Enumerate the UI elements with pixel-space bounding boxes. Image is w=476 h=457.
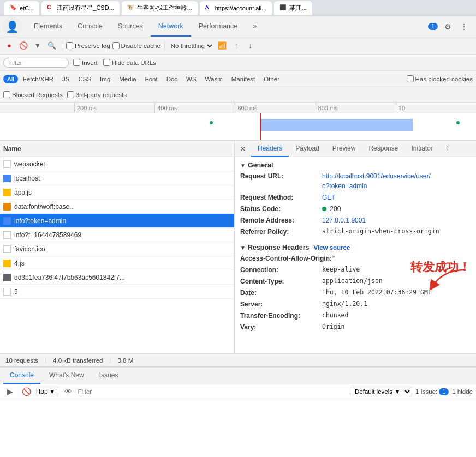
filter-icon[interactable]: ▼ xyxy=(32,40,44,52)
browser-tab-1[interactable]: C 江南没有星星_CSD... xyxy=(41,1,120,15)
type-btn-fetch[interactable]: Fetch/XHR xyxy=(19,75,57,83)
browser-tab-0[interactable]: 🔖 etC... xyxy=(4,1,39,15)
tab-console[interactable]: Console xyxy=(70,16,110,37)
view-source-link[interactable]: View source xyxy=(313,244,350,251)
timeline-green-marker-2 xyxy=(456,121,460,124)
browser-tab-4[interactable]: ⬛ 某其... xyxy=(274,1,312,15)
general-request-url-row: Request URL: http://localhost:9001/eduse… xyxy=(240,171,471,191)
tab-favicon-0: 🔖 xyxy=(10,4,17,12)
console-tab-console[interactable]: Console xyxy=(3,368,40,384)
ruler-mark-3: 800 ms xyxy=(316,103,396,113)
has-blocked-cookies: Has blocked cookies xyxy=(407,75,473,82)
detail-tab-response[interactable]: Response xyxy=(362,141,404,157)
download-icon[interactable]: ↓ xyxy=(245,40,257,52)
response-headers-section-title[interactable]: ▼ Response Headers View source xyxy=(240,244,471,251)
tab-sources[interactable]: Sources xyxy=(110,16,151,37)
detail-tab-payload[interactable]: Payload xyxy=(289,141,325,157)
type-btn-other[interactable]: Other xyxy=(260,75,283,83)
resp-header-row-0: Access-Control-Allow-Origin: * xyxy=(240,254,471,263)
request-list-header: Name xyxy=(0,141,234,157)
request-item-2[interactable]: app.js xyxy=(0,185,234,200)
general-section-title[interactable]: ▼ General xyxy=(240,161,471,169)
detail-content: ▼ General Request URL: http://localhost:… xyxy=(235,157,476,353)
ruler-mark-4: 10 xyxy=(396,103,476,113)
type-btn-font[interactable]: Font xyxy=(141,75,162,83)
request-item-5[interactable]: info?t=1644478589469 xyxy=(0,228,234,242)
eye-icon[interactable]: 👁 xyxy=(62,385,75,398)
tab-label-1: 江南没有星星_CSD... xyxy=(57,4,114,12)
type-btn-wasm[interactable]: Wasm xyxy=(201,75,227,83)
resp-header-row-5: Transfer-Encoding: chunked xyxy=(240,311,471,321)
request-list[interactable]: websocket localhost app.js data:font/wof… xyxy=(0,157,234,353)
console-filter-input[interactable] xyxy=(78,388,347,395)
console-tab-issues[interactable]: Issues xyxy=(93,368,125,384)
detail-tab-initiator[interactable]: Initiator xyxy=(404,141,439,157)
type-btn-doc[interactable]: Doc xyxy=(163,75,181,83)
tab-label-0: etC... xyxy=(20,5,34,11)
resp-header-row-3: Date: Thu, 10 Feb 2022 07:36:29 GMT xyxy=(240,288,471,298)
settings-icon[interactable]: ⚙ xyxy=(441,20,454,33)
request-item-0[interactable]: websocket xyxy=(0,157,234,171)
console-execute-icon[interactable]: ▶ xyxy=(3,385,16,398)
top-dropdown[interactable]: top ▼ xyxy=(36,387,58,396)
console-block-icon[interactable]: 🚫 xyxy=(20,385,33,398)
third-party-checkbox[interactable]: 3rd-party requests xyxy=(67,91,127,98)
request-item-6[interactable]: favicon.ico xyxy=(0,242,234,256)
type-btn-ws[interactable]: WS xyxy=(182,75,200,83)
has-blocked-checkbox[interactable]: Has blocked cookies xyxy=(407,75,473,82)
request-item-4[interactable]: info?token=admin xyxy=(0,214,234,228)
tab-network[interactable]: Network xyxy=(151,16,191,37)
console-tab-whatsnew[interactable]: What's New xyxy=(43,368,91,384)
request-item-7[interactable]: 4.js xyxy=(0,256,234,270)
resp-header-title-container: Response Headers View source xyxy=(248,244,350,251)
tab-label-2: 牛客网-找工作神器... xyxy=(137,4,192,12)
request-item-8[interactable]: dd3b1fea736f47f7bb63ac5601842f7... xyxy=(0,270,234,285)
request-item-3[interactable]: data:font/woff;base... xyxy=(0,200,234,214)
console-panel: Console What's New Issues ▶ 🚫 top ▼ 👁 De… xyxy=(0,366,476,399)
upload-icon[interactable]: ↑ xyxy=(230,40,242,52)
clear-button[interactable]: 🚫 xyxy=(17,40,29,52)
close-detail-button[interactable]: ✕ xyxy=(237,143,249,155)
record-button[interactable]: ● xyxy=(3,40,15,52)
type-btn-media[interactable]: Media xyxy=(115,75,140,83)
ruler-mark-0: 200 ms xyxy=(74,103,154,113)
type-filter-bar: All Fetch/XHR JS CSS Img Media Font Doc … xyxy=(0,71,476,87)
type-btn-css[interactable]: CSS xyxy=(74,75,95,83)
request-item-1[interactable]: localhost xyxy=(0,171,234,185)
timeline-bar xyxy=(260,119,413,131)
browser-tab-3[interactable]: A https://account.ali... xyxy=(200,1,272,15)
filter-input[interactable] xyxy=(3,58,69,68)
devtools-tabs: Elements Console Sources Network Perform… xyxy=(26,16,264,37)
req-icon-6 xyxy=(3,245,11,253)
preserve-log-checkbox[interactable]: Preserve log xyxy=(66,42,110,49)
tab-performance[interactable]: Performance xyxy=(191,16,246,37)
network-toolbar: ● 🚫 ▼ 🔍 Preserve log Disable cache No th… xyxy=(0,37,476,55)
disable-cache-checkbox[interactable]: Disable cache xyxy=(112,42,160,49)
tab-elements[interactable]: Elements xyxy=(26,16,70,37)
detail-tab-timing[interactable]: T xyxy=(439,141,456,157)
throttle-select[interactable]: No throttling xyxy=(169,42,214,50)
tab-more[interactable]: » xyxy=(245,16,264,37)
type-btn-manifest[interactable]: Manifest xyxy=(228,75,259,83)
blocked-requests-checkbox[interactable]: Blocked Requests xyxy=(3,91,63,98)
type-btn-all[interactable]: All xyxy=(3,75,18,83)
general-request-method-row: Request Method: GET xyxy=(240,193,471,202)
tab-favicon-1: C xyxy=(47,4,55,12)
tab-favicon-3: A xyxy=(205,4,213,12)
timeline-chart xyxy=(74,113,476,141)
invert-checkbox[interactable]: Invert xyxy=(73,59,98,66)
type-btn-img[interactable]: Img xyxy=(96,75,114,83)
more-icon[interactable]: ⋮ xyxy=(457,20,471,33)
type-btn-js[interactable]: JS xyxy=(58,75,73,83)
status-bar: 10 requests | 4.0 kB transferred | 3.8 M xyxy=(0,353,476,366)
request-item-9[interactable]: 5 xyxy=(0,285,234,299)
feedback-badge[interactable]: 1 xyxy=(428,23,438,30)
search-icon[interactable]: 🔍 xyxy=(46,40,58,52)
default-levels-select[interactable]: Default levels ▼ xyxy=(350,387,412,396)
resp-header-row-4: Server: nginx/1.20.1 xyxy=(240,299,471,309)
detail-tab-preview[interactable]: Preview xyxy=(326,141,362,157)
browser-tab-2[interactable]: 🐮 牛客网-找工作神器... xyxy=(122,1,198,15)
detail-tab-headers[interactable]: Headers xyxy=(251,141,289,157)
hide-data-urls-checkbox[interactable]: Hide data URLs xyxy=(103,59,156,66)
total-size: 3.8 M xyxy=(118,357,134,364)
